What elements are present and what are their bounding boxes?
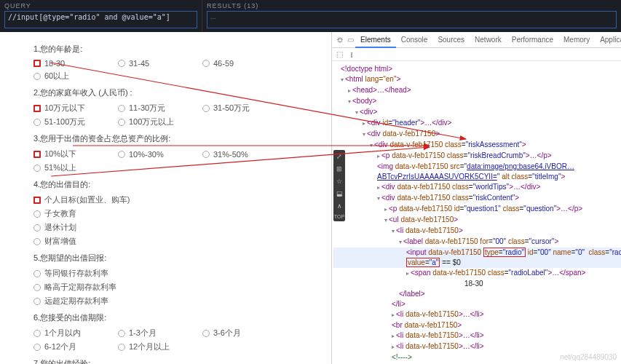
q2-title: 2.您的家庭年收入 (人民币) : [33, 87, 325, 98]
q3-title: 3.您用于出借的资金占您总资产的比例: [33, 133, 325, 144]
devtools-subbar: ⬚ ⫿ [332, 48, 621, 61]
devtools-panel: ⯐ ▭ Elements Console Sources Network Per… [331, 32, 621, 364]
tool-star-icon[interactable]: ☆ [335, 177, 344, 186]
q1-opt-2[interactable]: 31-45 [118, 59, 202, 68]
device-icon[interactable]: ▭ [345, 36, 355, 44]
watermark: net/qq284489030 [560, 353, 617, 361]
q2-opt-5[interactable]: 100万元以上 [118, 116, 202, 127]
q4-opt-2[interactable]: 子女教育 [33, 208, 325, 219]
query-label: QUERY [4, 2, 197, 9]
tab-console[interactable]: Console [396, 32, 433, 48]
q2-opt-3[interactable]: 31-50万元 [202, 103, 287, 114]
q6-opt-4[interactable]: 6-12个月 [33, 341, 118, 352]
q6-opt-3[interactable]: 3-6个月 [202, 328, 287, 339]
results-body[interactable]: ... [207, 11, 617, 28]
query-bar: QUERY //input[@type="radio" and @value="… [0, 0, 621, 32]
query-input[interactable]: //input[@type="radio" and @value="a"] [4, 11, 197, 28]
devtools-tabs: ⯐ ▭ Elements Console Sources Network Per… [332, 32, 621, 48]
dom-tree-icon[interactable]: ⬚ [336, 50, 343, 58]
tab-network[interactable]: Network [470, 32, 507, 48]
q2-opt-4[interactable]: 51-100万元 [33, 116, 118, 127]
q4-opt-1[interactable]: 个人目标(如置业、购车) [33, 194, 325, 205]
q6-opt-5[interactable]: 12个月以上 [118, 341, 202, 352]
tool-top-label: TOP [334, 214, 344, 219]
q4-opt-3[interactable]: 退休计划 [33, 222, 325, 233]
tab-sources[interactable]: Sources [432, 32, 470, 48]
q4-title: 4.您的出借目的: [33, 179, 325, 190]
q3-opt-3[interactable]: 31%-50% [202, 149, 287, 159]
dom-list-icon[interactable]: ⫿ [350, 50, 354, 58]
q1-title: 1.您的年龄是: [33, 44, 325, 55]
q2-opt-1[interactable]: 10万元以下 [33, 103, 118, 114]
tool-rect-icon[interactable]: ⬓ [335, 189, 344, 198]
q5-title: 5.您期望的出借回报: [33, 253, 325, 264]
q1-opt-3[interactable]: 46-59 [202, 59, 287, 68]
inspect-icon[interactable]: ⯐ [335, 36, 345, 44]
q4-opt-4[interactable]: 财富增值 [33, 236, 325, 247]
results-label: RESULTS (13) [207, 2, 617, 9]
q5-opt-3[interactable]: 远超定期存款利率 [33, 296, 325, 306]
q6-title: 6.您接受的出借期限: [33, 312, 325, 323]
q6-opt-1[interactable]: 1个月以内 [33, 328, 118, 339]
q1-opt-4[interactable]: 60以上 [33, 71, 118, 82]
q3-opt-1[interactable]: 10%以下 [33, 149, 118, 159]
q7-title: 7.您的出借经验: [33, 358, 325, 364]
query-panel: QUERY //input[@type="radio" and @value="… [0, 0, 202, 32]
q1-opt-1[interactable]: 18-30 [33, 59, 118, 68]
q5-opt-1[interactable]: 等同银行存款利率 [33, 268, 325, 279]
tab-elements[interactable]: Elements [355, 32, 396, 48]
selected-input-node[interactable]: <input data-v-feb17150 type="radio" id="… [333, 248, 621, 258]
tab-performance[interactable]: Performance [507, 32, 558, 48]
results-panel: RESULTS (13) ... [202, 0, 621, 32]
tool-expand-icon[interactable]: ⤢ [335, 152, 344, 161]
q5-opt-2[interactable]: 略高于定期存款利率 [33, 282, 325, 293]
floating-toolbar[interactable]: ⤢ ⊞ ☆ ⬓ ∧ TOP [333, 150, 345, 221]
q2-opt-2[interactable]: 11-30万元 [118, 103, 202, 114]
q6-opt-2[interactable]: 1-3个月 [118, 328, 202, 339]
tab-application[interactable]: Application [595, 32, 621, 48]
tab-memory[interactable]: Memory [558, 32, 595, 48]
devtools-dom[interactable]: <!doctype html> <html lang="en"> <head>…… [332, 61, 621, 364]
tool-grid-icon[interactable]: ⊞ [335, 165, 344, 173]
q3-opt-2[interactable]: 10%-30% [118, 149, 202, 159]
questionnaire-form: 1.您的年龄是: 18-30 31-45 46-59 60以上 2.您的家庭年收… [0, 32, 331, 364]
q3-opt-4[interactable]: 51%以上 [33, 162, 118, 173]
tool-up-icon[interactable]: ∧ [335, 202, 344, 210]
